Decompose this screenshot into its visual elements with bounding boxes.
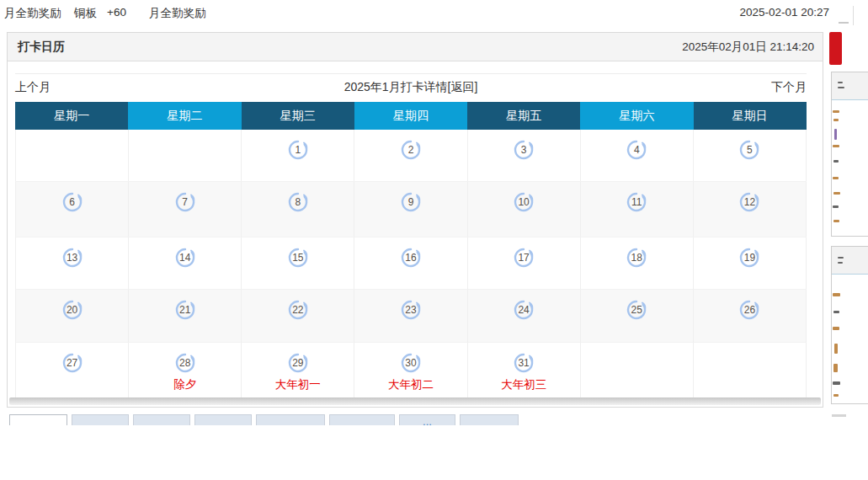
day-cell: 8 [242,182,354,237]
day-number: 26 [738,299,760,321]
clipped-side-panel-header [832,247,868,275]
day-cell: 24 [468,290,581,343]
day-number: 9 [400,191,422,213]
weekday-fri: 星期五 [467,102,580,130]
ellipsis-icon: ... [423,415,432,425]
panel-header: 打卡日历 2025年02月01日 21:14:20 [8,33,823,61]
day-status-icon: 15 [287,247,309,269]
clipped-text-fragment [833,311,839,313]
day-number: 24 [513,299,535,321]
day-status-icon: 31 [513,352,535,374]
day-cell: 28 除夕 [129,343,242,402]
day-status-icon: 4 [626,139,647,161]
day-status-icon: 13 [61,247,83,269]
day-number: 28 [174,352,196,374]
top-status-bar: 月全勤奖励 铜板 +60 月全勤奖励 2025-02-01 20:27 [0,0,868,25]
day-cell: 9 [354,182,467,237]
festival-label: 大年初一 [275,377,321,392]
day-number: 3 [513,139,535,161]
day-status-icon: 29 [287,352,309,374]
day-cell: 21 [129,290,242,343]
day-cell: 1 [242,130,354,182]
copper-coin-label: 铜板 [74,6,97,21]
clipped-side-panel [831,72,868,237]
weekday-wed: 星期三 [242,102,354,130]
red-vertical-button[interactable] [829,32,842,65]
clipped-text-fragment [834,129,837,140]
festival-label: 大年初三 [501,377,546,392]
bottom-tab[interactable] [72,414,129,425]
day-number: 17 [513,247,535,269]
day-number: 7 [174,191,196,213]
day-cell-empty [15,130,129,182]
day-number: 16 [400,247,422,269]
day-cell: 11 [581,182,694,237]
day-cell: 26 [694,290,807,343]
day-status-icon: 21 [174,299,196,321]
clipped-divider-line [853,6,854,25]
clipped-text-fragment [833,364,838,372]
day-status-icon: 11 [626,191,647,213]
calendar-title[interactable]: 2025年1月打卡详情[返回] [344,80,478,95]
clipped-text-fragment [833,192,840,195]
day-number: 11 [626,191,647,213]
bottom-tab-ellipsis[interactable]: ... [399,414,455,425]
clipped-text-fragment [833,145,839,147]
panel-title: 打卡日历 [18,40,65,55]
bottom-tab-active[interactable] [9,414,67,425]
next-month-link[interactable]: 下个月 [771,80,807,95]
day-number: 8 [287,191,309,213]
clipped-ui-dash [839,22,849,24]
day-number: 6 [61,191,83,213]
day-cell: 16 [354,237,467,290]
calendar-week-row: 1 2 3 4 5 [15,130,807,182]
bottom-tab[interactable] [256,414,325,425]
day-cell: 7 [129,182,242,237]
day-cell: 25 [581,290,694,343]
weekday-sun: 星期日 [694,102,807,130]
bottom-tab[interactable] [194,414,252,425]
calendar-week-row: 6 7 8 9 10 11 12 [15,182,807,237]
topbar-datetime: 2025-02-01 20:27 [739,6,829,19]
clipped-text-fragment [833,394,839,397]
day-cell: 4 [581,130,694,182]
day-cell: 19 [694,237,807,290]
prev-month-link[interactable]: 上个月 [15,80,51,95]
day-cell: 30 大年初二 [354,343,467,402]
calendar-nav: 上个月 2025年1月打卡详情[返回] 下个月 [15,76,807,99]
bottom-tab[interactable] [460,414,519,425]
clipped-text-fragment [833,220,839,222]
clipped-text-fragment [838,257,844,259]
day-status-icon: 20 [61,299,83,321]
bottom-tab-bar: ... [9,414,519,425]
day-status-icon: 24 [513,299,535,321]
reward-message-2: 月全勤奖励 [149,6,206,21]
clipped-text-fragment [833,205,839,208]
calendar-week-row: 20 21 22 23 24 25 26 [15,290,807,343]
day-cell: 20 [15,290,129,343]
day-status-icon: 23 [400,299,422,321]
day-number: 12 [738,191,760,213]
horizontal-scrollbar[interactable] [9,397,821,405]
day-number: 21 [174,299,196,321]
day-cell: 22 [242,290,354,343]
day-status-icon: 16 [400,247,422,269]
day-cell: 3 [468,130,581,182]
day-number: 2 [400,139,422,161]
day-status-icon: 28 [174,352,196,374]
bottom-tab[interactable] [329,414,395,425]
bottom-tab[interactable] [133,414,190,425]
day-cell: 27 [15,343,129,402]
clipped-ui-dash [832,414,846,417]
day-cell: 31 大年初三 [468,343,581,402]
day-number: 14 [174,247,196,269]
day-cell-empty [129,130,242,182]
clipped-text-fragment [838,262,843,264]
day-status-icon: 2 [400,139,422,161]
day-cell: 17 [468,237,581,290]
day-cell: 2 [354,130,467,182]
checkin-calendar-panel: 打卡日历 2025年02月01日 21:14:20 上个月 2025年1月打卡详… [7,32,823,408]
day-cell: 13 [15,237,129,290]
panel-body: 上个月 2025年1月打卡详情[返回] 下个月 星期一 星期二 星期三 星期四 … [8,61,823,407]
day-cell: 6 [15,182,129,237]
